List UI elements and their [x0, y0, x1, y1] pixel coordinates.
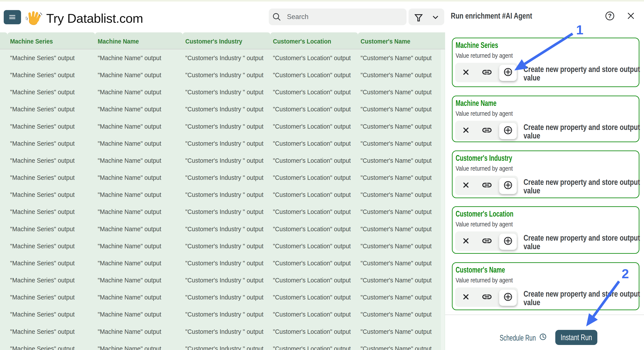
svg-text:?: ? — [608, 13, 612, 19]
svg-text:1: 1 — [576, 22, 583, 37]
